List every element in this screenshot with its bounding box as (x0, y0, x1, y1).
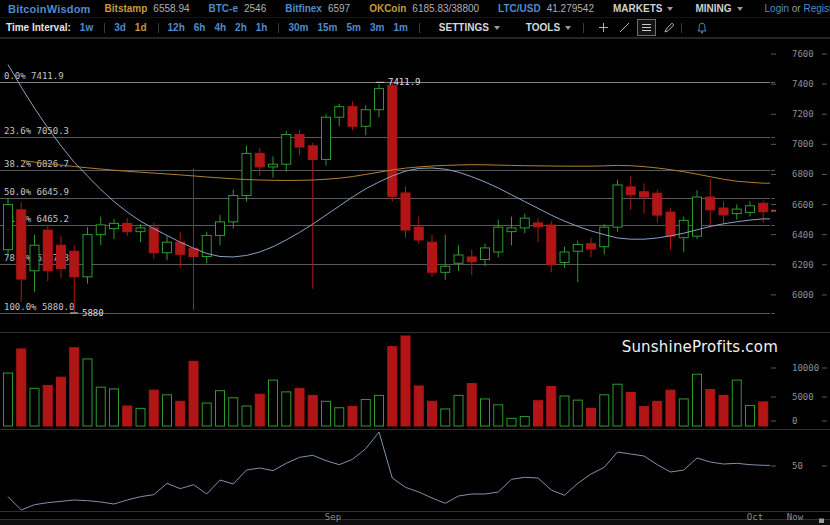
chevron-down-icon (565, 26, 571, 30)
chart-toolbar: Time Interval: 1w3d1d12h6h4h2h1h30m15m5m… (0, 18, 830, 38)
ticker-name: Bitfinex (285, 3, 322, 14)
interval-1m[interactable]: 1m (393, 22, 407, 33)
price-axis: 760074007200700068006600640062006000 (771, 49, 827, 300)
app-window: BitcoinWisdom Bitstamp6558.94BTC-e2546Bi… (0, 0, 830, 525)
divider (278, 23, 279, 33)
draw-icon[interactable] (660, 20, 677, 35)
svg-text:50: 50 (792, 461, 803, 471)
oscillator-axis: 50 (771, 461, 827, 471)
fib-levels-icon[interactable] (637, 19, 656, 36)
time-interval-label: Time Interval: (6, 22, 71, 33)
time-axis-label-now: Now (787, 512, 803, 522)
svg-text:50.0% 6645.9: 50.0% 6645.9 (4, 187, 69, 197)
tools-menu[interactable]: TOOLS (526, 22, 571, 33)
markets-menu-label: MARKETS (613, 3, 662, 14)
svg-text:6400: 6400 (792, 230, 814, 240)
trendline-icon[interactable] (616, 20, 633, 35)
interval-5m[interactable]: 5m (346, 22, 360, 33)
interval-6h[interactable]: 6h (194, 22, 206, 33)
svg-text:5880: 5880 (82, 308, 104, 318)
alert-bell-icon[interactable] (693, 20, 710, 35)
svg-text:7600: 7600 (792, 49, 814, 59)
interval-12h[interactable]: 12h (168, 22, 185, 33)
ticker-value: 6597 (328, 3, 350, 14)
ticker-ltc-usd[interactable]: LTC/USD41.279542 (498, 3, 594, 14)
time-axis-label-oct: Oct (747, 512, 763, 522)
tools-menu-label: TOOLS (526, 22, 560, 33)
ticker-bitstamp[interactable]: Bitstamp6558.94 (105, 3, 190, 14)
ticker-bitfinex[interactable]: Bitfinex6597 (285, 3, 350, 14)
chart-canvas[interactable]: 0.0% 7411.923.6% 7050.338.2% 6826.750.0%… (0, 0, 830, 525)
svg-text:6000: 6000 (792, 290, 814, 300)
divider (104, 23, 105, 33)
svg-text:7000: 7000 (792, 139, 814, 149)
pane-separators (0, 39, 830, 525)
interval-1d[interactable]: 1d (135, 22, 147, 33)
top-bar: BitcoinWisdom Bitstamp6558.94BTC-e2546Bi… (0, 0, 830, 18)
svg-text:6800: 6800 (792, 169, 814, 179)
interval-15m[interactable]: 15m (317, 22, 337, 33)
or-text: or (792, 3, 801, 14)
interval-30m[interactable]: 30m (288, 22, 308, 33)
svg-text:10000: 10000 (792, 363, 819, 373)
divider (681, 23, 682, 33)
divider (158, 23, 159, 33)
svg-text:6600: 6600 (792, 200, 814, 210)
crosshair-icon[interactable] (595, 20, 612, 35)
ticker-value: 2546 (244, 3, 266, 14)
interval-4h[interactable]: 4h (214, 22, 226, 33)
scrollbar-thumb[interactable] (819, 519, 824, 524)
mining-menu[interactable]: MINING (695, 3, 742, 14)
svg-text:38.2% 6826.7: 38.2% 6826.7 (4, 159, 69, 169)
interval-2h[interactable]: 2h (235, 22, 247, 33)
watermark: SunshineProfits.com (622, 338, 778, 356)
svg-text:6200: 6200 (792, 260, 814, 270)
divider (583, 23, 584, 33)
ticker-name: Bitstamp (105, 3, 148, 14)
svg-text:0: 0 (792, 416, 797, 426)
svg-text:5000: 5000 (792, 392, 814, 402)
auth-links: Login or Register (765, 3, 830, 14)
exchange-ticker-list: Bitstamp6558.94BTC-e2546Bitfinex6597OKCo… (105, 3, 613, 14)
interval-3d[interactable]: 3d (114, 22, 126, 33)
oscillator-layer (8, 432, 770, 510)
mining-menu-label: MINING (695, 3, 731, 14)
markets-menu[interactable]: MARKETS (613, 3, 673, 14)
ticker-value: 41.279542 (547, 3, 594, 14)
volume-axis: 1000050000 (771, 363, 827, 426)
svg-text:23.6% 7050.3: 23.6% 7050.3 (4, 126, 69, 136)
interval-1w[interactable]: 1w (80, 22, 93, 33)
svg-text:7200: 7200 (792, 109, 814, 119)
ticker-name: OKCoin (369, 3, 406, 14)
settings-menu[interactable]: SETTINGS (439, 22, 500, 33)
svg-text:61.8% 6465.2: 61.8% 6465.2 (4, 214, 69, 224)
ticker-btc-e[interactable]: BTC-e2546 (209, 3, 267, 14)
ticker-name: LTC/USD (498, 3, 541, 14)
svg-text:7400: 7400 (792, 79, 814, 89)
svg-text:100.0% 5880.0: 100.0% 5880.0 (4, 302, 74, 312)
candles-layer (4, 82, 768, 313)
chevron-down-icon (494, 26, 500, 30)
register-link[interactable]: Register (803, 3, 830, 14)
svg-text:7411.9: 7411.9 (388, 77, 421, 87)
time-axis-label-sep: Sep (325, 512, 341, 522)
divider (419, 23, 420, 33)
ticker-value: 6558.94 (153, 3, 189, 14)
login-link[interactable]: Login (765, 3, 789, 14)
ticker-value: 6185.83/38800 (412, 3, 479, 14)
bitcoinwisdom-logo[interactable]: BitcoinWisdom (8, 3, 91, 15)
chevron-down-icon (667, 7, 673, 11)
chevron-down-icon (737, 7, 743, 11)
ticker-okcoin[interactable]: OKCoin6185.83/38800 (369, 3, 479, 14)
ticker-name: BTC-e (209, 3, 238, 14)
interval-3m[interactable]: 3m (370, 22, 384, 33)
settings-menu-label: SETTINGS (439, 22, 489, 33)
interval-1h[interactable]: 1h (256, 22, 268, 33)
interval-selector: 1w3d1d12h6h4h2h1h30m15m5m3m1m (80, 22, 417, 33)
